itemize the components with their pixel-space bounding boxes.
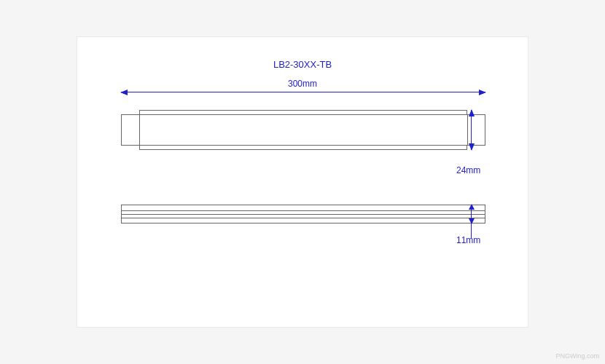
top-plan-view xyxy=(121,205,485,223)
dimension-width-line xyxy=(121,92,485,92)
watermark-text: PNGWing.com xyxy=(555,352,599,360)
dimension-width-label: 300mm xyxy=(288,79,317,89)
top-line-2 xyxy=(121,214,485,215)
front-left-divider xyxy=(139,114,140,146)
arrow-right-icon xyxy=(479,90,486,95)
dimension-height2-line xyxy=(471,205,472,223)
top-line-1 xyxy=(121,210,485,211)
arrow-down-icon xyxy=(469,218,475,224)
arrow-up-icon xyxy=(469,204,475,210)
dimension-height1-label: 24mm xyxy=(456,165,480,175)
technical-drawing: LB2-30XX-TB 300mm 24mm 11mm xyxy=(77,36,528,328)
dimension-height1-line xyxy=(471,110,472,150)
part-number-label: LB2-30XX-TB xyxy=(273,59,332,70)
front-bottom-flange xyxy=(139,146,467,150)
arrow-down-icon xyxy=(469,143,475,151)
top-line-3 xyxy=(121,218,485,218)
front-right-divider xyxy=(467,114,468,146)
front-elevation-view xyxy=(121,110,485,150)
arrow-up-icon xyxy=(469,109,475,116)
arrow-left-icon xyxy=(120,90,128,95)
front-body xyxy=(121,114,485,146)
dimension-height2-label: 11mm xyxy=(456,235,480,245)
